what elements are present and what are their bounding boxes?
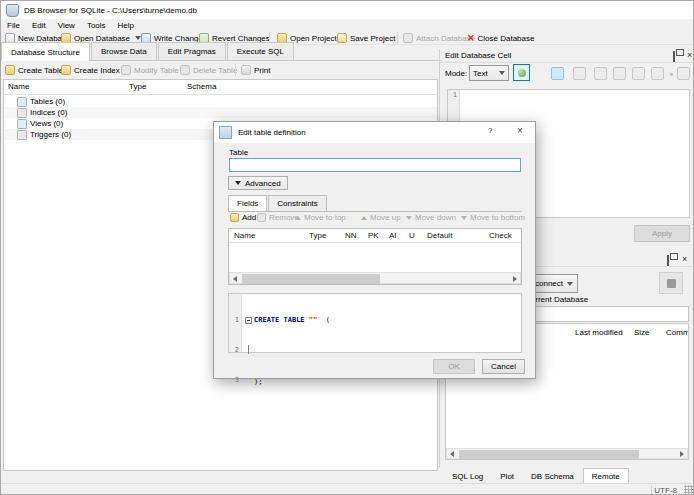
- tree-header[interactable]: Name Type Schema: [4, 80, 437, 95]
- menu-help[interactable]: Help: [112, 19, 140, 31]
- menu-file[interactable]: File: [1, 19, 26, 31]
- main-tab-bar: Database Structure Browse Data Edit Prag…: [1, 45, 441, 61]
- tab-fields[interactable]: Fields: [228, 195, 267, 211]
- create-index-button[interactable]: Create Index: [61, 64, 120, 76]
- move-to-top-icon: [295, 216, 301, 220]
- sql-preview[interactable]: 1 2 3 CREATE TABLE "" ( );: [228, 293, 522, 353]
- tree-item-tables[interactable]: Tables (0): [4, 96, 437, 107]
- fields-h-scrollbar[interactable]: [229, 272, 521, 284]
- clone-database-button[interactable]: [659, 272, 683, 294]
- sql-open-paren: (: [326, 316, 330, 324]
- col-u[interactable]: U: [409, 231, 415, 240]
- tab-execute-sql[interactable]: Execute SQL: [227, 42, 294, 60]
- dock-float-icon[interactable]: [673, 52, 683, 61]
- modify-table-button[interactable]: Modify Table: [121, 64, 179, 76]
- mode-select[interactable]: Text: [469, 65, 509, 81]
- apply-button[interactable]: Apply: [634, 225, 690, 242]
- dock-float-icon[interactable]: [667, 256, 677, 265]
- tables-icon: [17, 97, 27, 107]
- table-name-input[interactable]: [229, 158, 521, 172]
- scroll-left-icon[interactable]: [233, 276, 237, 282]
- fields-grid[interactable]: Name Type NN PK AI U Default Check: [228, 228, 522, 285]
- dialog-table-icon: [219, 126, 232, 139]
- app-db-icon: [6, 4, 19, 17]
- export-file-icon[interactable]: [613, 67, 626, 80]
- auto-detect-mode-toggle[interactable]: [513, 64, 530, 81]
- col-type[interactable]: Type: [309, 231, 326, 240]
- tab-constraints[interactable]: Constraints: [268, 195, 326, 211]
- set-null-icon[interactable]: [573, 67, 586, 80]
- tab-db-schema[interactable]: DB Schema: [523, 469, 582, 484]
- tab-database-structure[interactable]: Database Structure: [1, 42, 90, 61]
- menu-edit[interactable]: Edit: [26, 19, 52, 31]
- col-nn[interactable]: NN: [345, 231, 357, 240]
- encoding-status[interactable]: UTF-8: [654, 486, 677, 495]
- scroll-right-icon[interactable]: [680, 451, 684, 457]
- ok-button[interactable]: OK: [433, 359, 475, 374]
- tab-remote[interactable]: Remote: [583, 468, 629, 485]
- save-cell-icon[interactable]: [632, 67, 645, 80]
- move-down-button[interactable]: Move down: [406, 212, 456, 223]
- advanced-toggle-button[interactable]: Advanced: [228, 176, 288, 190]
- remove-field-button[interactable]: Remove: [257, 212, 299, 223]
- scrollbar-thumb[interactable]: [459, 450, 639, 459]
- attach-database-button[interactable]: Attach Database: [403, 32, 475, 44]
- scroll-left-icon[interactable]: [450, 451, 454, 457]
- fullscreen-icon[interactable]: [651, 67, 664, 80]
- move-to-bottom-icon: [461, 216, 467, 220]
- tree-column-schema[interactable]: Schema: [187, 82, 216, 91]
- move-to-bottom-button[interactable]: Move to bottom: [461, 212, 525, 223]
- col-name[interactable]: Name: [234, 231, 255, 240]
- move-up-icon: [361, 216, 367, 220]
- tab-browse-data[interactable]: Browse Data: [91, 42, 157, 60]
- add-field-button[interactable]: Add: [230, 212, 256, 223]
- col-default[interactable]: Default: [427, 231, 452, 240]
- import-file-icon[interactable]: [594, 67, 607, 80]
- remote-column-size[interactable]: Size: [634, 328, 650, 337]
- tab-edit-pragmas[interactable]: Edit Pragmas: [158, 42, 226, 60]
- col-ai[interactable]: AI: [389, 231, 397, 240]
- print-button[interactable]: Print: [241, 64, 270, 76]
- remote-column-last-modified[interactable]: Last modified: [575, 328, 623, 337]
- toolbar-separator: [397, 32, 398, 44]
- cancel-button[interactable]: Cancel: [482, 359, 525, 374]
- delete-table-button[interactable]: Delete Table: [180, 64, 237, 76]
- dock-close-icon[interactable]: ×: [682, 255, 692, 264]
- word-wrap-icon[interactable]: [551, 67, 564, 80]
- tab-plot[interactable]: Plot: [492, 469, 522, 484]
- edit-table-dialog: Edit table definition ? × Table Advanced…: [213, 121, 536, 379]
- save-project-label: Save Project: [350, 34, 395, 43]
- menu-view[interactable]: View: [52, 19, 81, 31]
- dialog-close-icon[interactable]: ×: [517, 125, 523, 136]
- tree-column-name[interactable]: Name: [8, 82, 29, 91]
- dialog-help-icon[interactable]: ?: [488, 126, 492, 135]
- table-name-label: Table: [229, 148, 248, 157]
- dialog-titlebar[interactable]: Edit table definition ? ×: [214, 122, 535, 143]
- move-to-top-button[interactable]: Move to top: [295, 212, 346, 223]
- create-table-button[interactable]: Create Table: [5, 64, 63, 76]
- advanced-collapse-icon: [235, 181, 241, 185]
- tab-sql-log[interactable]: SQL Log: [444, 469, 491, 484]
- triggers-icon: [17, 130, 27, 140]
- save-project-button[interactable]: Save Project: [337, 32, 395, 44]
- dock-close-icon[interactable]: ×: [687, 51, 694, 60]
- fold-marker-icon[interactable]: [245, 317, 252, 324]
- col-check[interactable]: Check: [489, 231, 512, 240]
- remote-h-scrollbar[interactable]: [446, 448, 688, 459]
- print-cell-icon[interactable]: [677, 67, 690, 80]
- tree-column-type[interactable]: Type: [129, 82, 146, 91]
- auto-detect-orb-icon: [518, 69, 526, 77]
- resize-grip[interactable]: [684, 485, 693, 494]
- close-database-label: Close Database: [478, 34, 535, 43]
- menu-tools[interactable]: Tools: [81, 19, 112, 31]
- attach-database-icon: [403, 33, 413, 43]
- tree-item-indices[interactable]: Indices (0): [4, 107, 437, 118]
- scrollbar-thumb[interactable]: [242, 274, 380, 284]
- close-database-button[interactable]: ✕ Close Database: [467, 32, 534, 44]
- remote-column-commit[interactable]: Commit: [666, 328, 689, 337]
- fields-grid-header[interactable]: Name Type NN PK AI U Default Check: [229, 229, 521, 243]
- create-index-icon: [61, 65, 71, 75]
- col-pk[interactable]: PK: [368, 231, 379, 240]
- scroll-right-icon[interactable]: [513, 276, 517, 282]
- move-up-button[interactable]: Move up: [361, 212, 401, 223]
